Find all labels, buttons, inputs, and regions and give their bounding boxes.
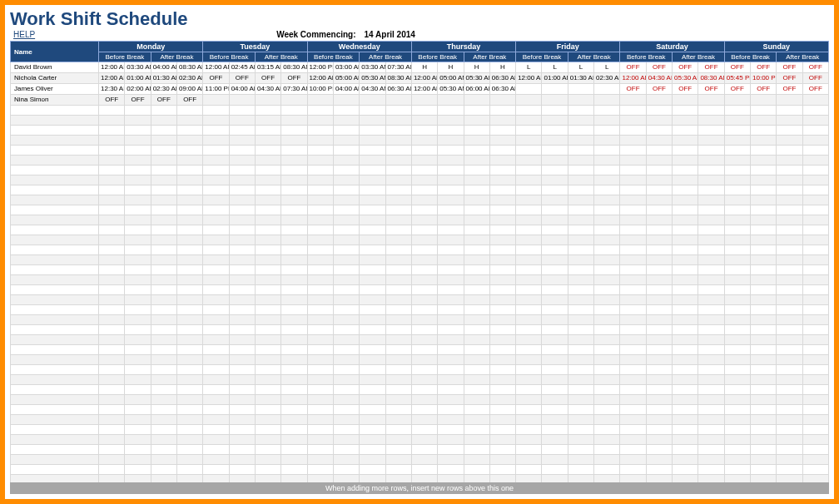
shift-cell[interactable]: [620, 445, 646, 455]
shift-cell[interactable]: [411, 295, 437, 305]
shift-cell[interactable]: [438, 275, 464, 285]
shift-cell[interactable]: [777, 245, 802, 255]
shift-cell[interactable]: [594, 305, 620, 315]
shift-cell[interactable]: [333, 415, 359, 425]
shift-cell[interactable]: [646, 425, 672, 435]
employee-name[interactable]: [11, 235, 99, 245]
shift-cell[interactable]: [673, 435, 698, 445]
shift-cell[interactable]: [594, 455, 620, 465]
shift-cell[interactable]: [385, 405, 411, 415]
shift-cell[interactable]: [281, 106, 307, 116]
shift-cell[interactable]: [229, 205, 255, 215]
shift-cell[interactable]: [542, 116, 568, 126]
shift-cell[interactable]: [385, 175, 411, 185]
shift-cell[interactable]: [516, 126, 542, 136]
shift-cell[interactable]: [203, 175, 229, 185]
shift-cell[interactable]: [438, 146, 464, 156]
shift-cell[interactable]: [360, 245, 385, 255]
shift-cell[interactable]: [516, 455, 542, 465]
shift-cell[interactable]: [99, 315, 125, 325]
shift-cell[interactable]: [255, 455, 280, 465]
shift-cell[interactable]: [777, 355, 802, 365]
shift-cell[interactable]: [620, 195, 646, 205]
shift-cell[interactable]: [777, 325, 802, 335]
shift-cell[interactable]: [281, 275, 307, 285]
shift-cell[interactable]: [673, 355, 698, 365]
shift-cell[interactable]: [125, 136, 151, 146]
shift-cell[interactable]: [255, 315, 280, 325]
shift-cell[interactable]: [673, 235, 698, 245]
shift-cell[interactable]: 08:30 AM: [281, 62, 307, 73]
shift-cell[interactable]: [489, 265, 515, 275]
shift-cell[interactable]: [255, 126, 280, 136]
shift-cell[interactable]: [594, 84, 620, 95]
shift-cell[interactable]: [673, 136, 698, 146]
shift-cell[interactable]: [360, 116, 385, 126]
shift-cell[interactable]: [360, 425, 385, 435]
shift-cell[interactable]: [751, 475, 777, 483]
shift-cell[interactable]: [489, 166, 515, 175]
shift-cell[interactable]: [99, 106, 125, 116]
shift-cell[interactable]: [176, 205, 202, 215]
shift-cell[interactable]: [438, 375, 464, 385]
shift-cell[interactable]: 05:00 AM: [333, 73, 359, 84]
shift-cell[interactable]: [99, 385, 125, 395]
shift-cell[interactable]: [411, 465, 437, 475]
shift-cell[interactable]: [203, 405, 229, 415]
shift-cell[interactable]: [594, 355, 620, 365]
shift-cell[interactable]: [594, 245, 620, 255]
shift-cell[interactable]: OFF: [229, 73, 255, 84]
employee-name[interactable]: [11, 195, 99, 205]
employee-name[interactable]: [11, 455, 99, 465]
shift-cell[interactable]: [802, 325, 828, 335]
shift-cell[interactable]: [673, 415, 698, 425]
shift-cell[interactable]: [360, 395, 385, 405]
shift-cell[interactable]: [281, 345, 307, 355]
shift-cell[interactable]: [568, 365, 593, 375]
shift-cell[interactable]: [489, 95, 515, 106]
shift-cell[interactable]: [438, 255, 464, 265]
shift-cell[interactable]: [151, 136, 176, 146]
shift-cell[interactable]: [333, 225, 359, 235]
shift-cell[interactable]: [542, 415, 568, 425]
shift-cell[interactable]: [281, 195, 307, 205]
shift-cell[interactable]: [176, 305, 202, 315]
shift-cell[interactable]: [151, 425, 176, 435]
shift-cell[interactable]: [516, 335, 542, 345]
shift-cell[interactable]: [281, 265, 307, 275]
shift-cell[interactable]: [151, 405, 176, 415]
shift-cell[interactable]: [151, 106, 176, 116]
shift-cell[interactable]: [802, 215, 828, 225]
shift-cell[interactable]: [802, 156, 828, 166]
shift-cell[interactable]: [464, 106, 489, 116]
shift-cell[interactable]: [568, 325, 593, 335]
shift-cell[interactable]: OFF: [176, 95, 202, 106]
shift-cell[interactable]: [125, 425, 151, 435]
shift-cell[interactable]: [151, 235, 176, 245]
shift-cell[interactable]: [438, 185, 464, 195]
shift-cell[interactable]: [724, 156, 750, 166]
shift-cell[interactable]: [385, 375, 411, 385]
shift-cell[interactable]: [176, 285, 202, 295]
shift-cell[interactable]: [333, 146, 359, 156]
shift-cell[interactable]: [724, 315, 750, 325]
shift-cell[interactable]: [385, 365, 411, 375]
shift-cell[interactable]: [724, 425, 750, 435]
shift-cell[interactable]: [307, 175, 333, 185]
shift-cell[interactable]: [99, 175, 125, 185]
shift-cell[interactable]: [673, 255, 698, 265]
shift-cell[interactable]: [802, 295, 828, 305]
shift-cell[interactable]: [777, 285, 802, 295]
shift-cell[interactable]: [516, 395, 542, 405]
shift-cell[interactable]: [438, 235, 464, 245]
shift-cell[interactable]: [802, 255, 828, 265]
shift-cell[interactable]: [516, 106, 542, 116]
shift-cell[interactable]: [751, 275, 777, 285]
shift-cell[interactable]: [516, 355, 542, 365]
shift-cell[interactable]: [568, 215, 593, 225]
shift-cell[interactable]: [620, 335, 646, 345]
shift-cell[interactable]: [411, 146, 437, 156]
shift-cell[interactable]: [203, 136, 229, 146]
shift-cell[interactable]: [724, 475, 750, 483]
shift-cell[interactable]: [489, 255, 515, 265]
